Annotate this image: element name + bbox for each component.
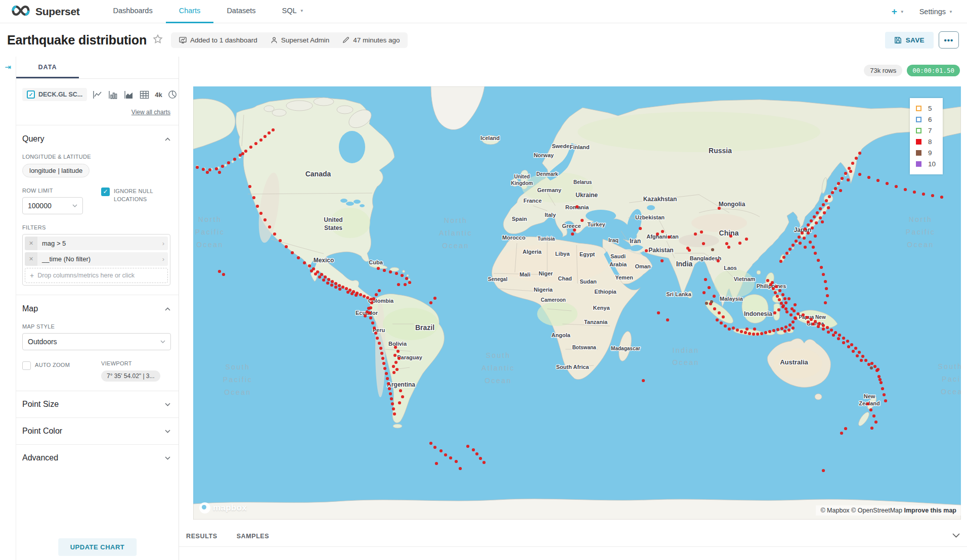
- lonlat-value-pill[interactable]: longitude | latitude: [22, 164, 90, 177]
- map-style-select[interactable]: Outdoors: [22, 333, 171, 350]
- ignore-null-checkbox[interactable]: ✓ IGNORE NULL LOCATIONS: [101, 188, 160, 204]
- expand-panel-icon[interactable]: ⇥: [5, 63, 11, 71]
- chevron-down-icon: ▼: [900, 10, 904, 14]
- chart-meta-bar: Added to 1 dashboard Superset Admin 47 m…: [171, 32, 408, 48]
- quake-dot: [713, 307, 716, 310]
- point-color-section[interactable]: Point Color: [22, 418, 170, 444]
- big-number-icon[interactable]: 4k: [155, 91, 162, 99]
- remove-filter-icon[interactable]: ✕: [25, 237, 37, 250]
- map-ocean-label: South: [225, 363, 250, 371]
- mapbox-attribution-link[interactable]: © Mapbox: [820, 507, 849, 514]
- quake-dot: [867, 363, 870, 366]
- map-country-label: Belarus: [574, 179, 592, 185]
- save-button[interactable]: SAVE: [885, 32, 934, 49]
- auto-zoom-checkbox[interactable]: AUTO ZOOM: [22, 361, 101, 370]
- superset-logo[interactable]: Superset: [11, 5, 79, 19]
- map-country-label: Kazakhstan: [643, 196, 677, 203]
- quake-dot: [383, 367, 386, 370]
- map-country-label: France: [523, 198, 542, 204]
- nav-item-dashboards[interactable]: Dashboards: [100, 0, 165, 23]
- viz-type-selected[interactable]: ✓ DECK.GL SC...: [22, 88, 87, 101]
- map-ocean-label: Ocean: [196, 241, 224, 249]
- filters-label: FILTERS: [22, 224, 170, 230]
- viewport-label: VIEWPORT: [101, 360, 160, 366]
- viewport-value-pill[interactable]: 7° 35' 54.02" | 3...: [101, 370, 160, 382]
- quake-dot: [813, 215, 816, 218]
- map-attribution: © Mapbox © OpenStreetMap Improve this ma…: [816, 505, 961, 516]
- quake-dot: [831, 191, 834, 194]
- quake-dot: [848, 167, 851, 170]
- line-chart-icon[interactable]: [93, 90, 103, 99]
- quake-dot: [840, 432, 843, 435]
- row-limit-select[interactable]: 100000: [22, 197, 83, 214]
- map-canvas[interactable]: NorthPacificOceanNorthAtlanticOceanNorth…: [193, 86, 961, 520]
- quake-dot: [279, 239, 282, 242]
- tab-data[interactable]: DATA: [16, 57, 79, 78]
- tab-results[interactable]: RESULTS: [186, 533, 217, 546]
- quake-dot: [297, 256, 300, 259]
- quake-dot: [745, 238, 748, 241]
- map-ocean-label: Atlantic: [439, 229, 472, 237]
- map-ocean-label: Ocean: [442, 242, 469, 250]
- quake-dot: [581, 219, 584, 222]
- quake-dot: [227, 161, 230, 164]
- favorite-star-icon[interactable]: [153, 34, 163, 46]
- tab-samples[interactable]: SAMPLES: [237, 533, 270, 546]
- mapbox-logo[interactable]: mapbox: [199, 502, 247, 514]
- new-item-button[interactable]: +▼: [892, 6, 904, 17]
- map-country-label: Saudi: [610, 253, 626, 259]
- legend-value: 6: [928, 116, 932, 123]
- quake-dot: [823, 211, 826, 214]
- osm-attribution-link[interactable]: © OpenStreetMap: [851, 507, 902, 514]
- quake-dot: [388, 387, 391, 390]
- advanced-section[interactable]: Advanced: [22, 445, 170, 471]
- query-section-header[interactable]: Query: [22, 134, 170, 144]
- view-all-charts-link[interactable]: View all charts: [131, 109, 170, 116]
- nav-item-datasets[interactable]: Datasets: [213, 0, 269, 23]
- lonlat-label: LONGITUDE & LATITUDE: [22, 154, 170, 160]
- more-options-button[interactable]: •••: [939, 31, 959, 49]
- nav-item-charts[interactable]: Charts: [166, 0, 214, 23]
- filter-item[interactable]: ✕ __time (No filter) ›: [25, 252, 168, 266]
- legend-swatch: [916, 161, 921, 167]
- point-size-section[interactable]: Point Size: [22, 391, 170, 417]
- quake-dot: [331, 280, 334, 283]
- map-country-label: Arabia: [609, 261, 627, 267]
- quake-dot: [408, 281, 411, 284]
- filter-item[interactable]: ✕ mag > 5 ›: [25, 237, 168, 250]
- dashboards-meta[interactable]: Added to 1 dashboard: [179, 36, 257, 44]
- settings-menu[interactable]: Settings▼: [919, 8, 953, 16]
- collapse-results-icon[interactable]: [952, 531, 960, 540]
- quake-dot: [285, 245, 288, 248]
- table-icon[interactable]: [140, 90, 149, 99]
- quake-dot: [784, 325, 787, 329]
- legend-item: 6: [916, 114, 936, 125]
- map-country-label: Iraq: [608, 237, 619, 243]
- map-section-header[interactable]: Map: [22, 304, 170, 313]
- owner-meta[interactable]: Superset Admin: [271, 36, 329, 44]
- quake-dot: [208, 168, 211, 171]
- quake-dot: [837, 182, 840, 185]
- bar-chart-icon[interactable]: [108, 90, 118, 99]
- legend-item: 7: [916, 125, 936, 136]
- quake-dot: [725, 242, 728, 245]
- legend-swatch: [916, 139, 921, 145]
- last-modified-meta[interactable]: 47 minutes ago: [342, 36, 400, 44]
- quake-dot: [940, 196, 943, 199]
- map-country-label: Tanzania: [584, 319, 608, 325]
- quake-dot: [858, 351, 861, 354]
- quake-dot: [816, 211, 819, 214]
- quake-dot: [794, 316, 797, 319]
- quake-dot: [748, 332, 751, 335]
- nav-item-sql[interactable]: SQL▼: [269, 0, 317, 23]
- quake-dot: [722, 315, 725, 318]
- remove-filter-icon[interactable]: ✕: [25, 252, 37, 266]
- filter-expand-icon: ›: [159, 237, 168, 250]
- improve-map-link[interactable]: Improve this map: [904, 507, 957, 514]
- area-chart-icon[interactable]: [124, 90, 134, 99]
- update-chart-button[interactable]: UPDATE CHART: [58, 538, 137, 556]
- chevron-down-icon: [165, 430, 170, 433]
- map-country-label: Botswana: [572, 345, 596, 350]
- pie-chart-icon[interactable]: [168, 90, 177, 99]
- filters-dropzone[interactable]: + Drop columns/metrics here or click: [25, 268, 168, 283]
